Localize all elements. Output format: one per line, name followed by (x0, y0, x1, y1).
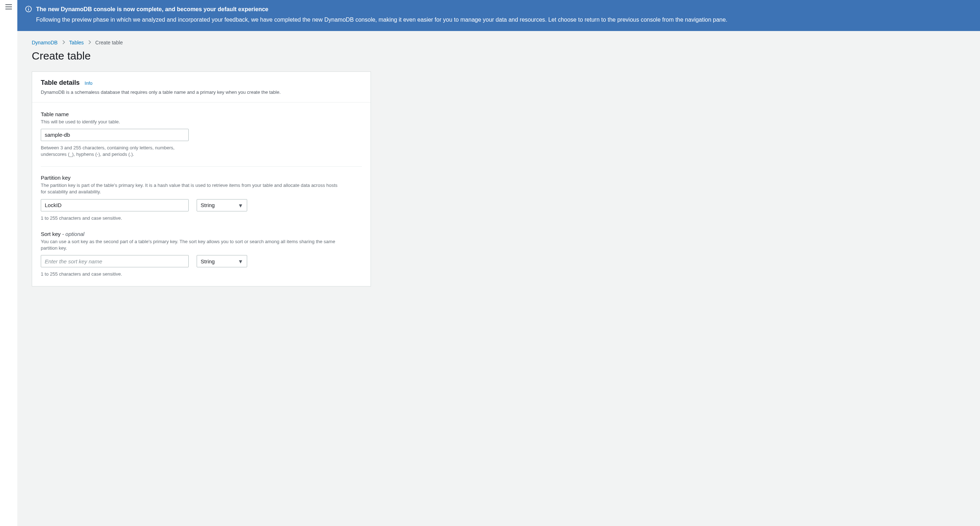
table-name-field: Table name This will be used to identify… (41, 111, 362, 158)
banner-title: The new DynamoDB console is now complete… (36, 5, 727, 14)
caret-down-icon: ▼ (238, 202, 243, 208)
chevron-right-icon (88, 40, 91, 46)
table-details-card: Table details Info DynamoDB is a schemal… (32, 72, 371, 287)
table-name-desc: This will be used to identify your table… (41, 119, 340, 125)
card-subheading: DynamoDB is a schemaless database that r… (41, 89, 362, 95)
sort-key-field: Sort key - optional You can use a sort k… (41, 231, 362, 278)
svg-rect-2 (28, 9, 29, 11)
banner-body: Following the preview phase in which we … (36, 16, 727, 25)
info-icon (25, 6, 32, 15)
table-name-input[interactable] (41, 129, 189, 141)
breadcrumb: DynamoDB Tables Create table (32, 40, 371, 46)
chevron-right-icon (62, 40, 65, 46)
partition-key-input[interactable] (41, 199, 189, 211)
info-link[interactable]: Info (85, 81, 93, 86)
sort-key-constraint: 1 to 255 characters and case sensitive. (41, 271, 189, 277)
partition-key-label: Partition key (41, 175, 362, 181)
sort-key-input[interactable] (41, 255, 189, 267)
breadcrumb-current: Create table (95, 40, 123, 46)
breadcrumb-tables[interactable]: Tables (69, 40, 84, 46)
card-heading: Table details (41, 79, 80, 86)
sort-key-label: Sort key - optional (41, 231, 362, 237)
partition-key-field: Partition key The partition key is part … (41, 175, 362, 221)
sort-key-type-value: String (200, 258, 215, 264)
table-name-constraint: Between 3 and 255 characters, containing… (41, 145, 189, 158)
divider (41, 166, 362, 167)
page-title: Create table (32, 50, 371, 62)
caret-down-icon: ▼ (238, 258, 243, 264)
menu-icon[interactable] (5, 4, 12, 10)
partition-key-type-value: String (200, 202, 215, 208)
partition-key-desc: The partition key is part of the table's… (41, 182, 340, 195)
partition-key-constraint: 1 to 255 characters and case sensitive. (41, 215, 189, 221)
breadcrumb-root[interactable]: DynamoDB (32, 40, 58, 46)
partition-key-type-select[interactable]: String ▼ (197, 199, 247, 211)
console-banner: The new DynamoDB console is now complete… (18, 0, 980, 31)
svg-point-1 (28, 7, 29, 8)
sort-key-desc: You can use a sort key as the second par… (41, 238, 340, 251)
table-name-label: Table name (41, 111, 362, 117)
sort-key-type-select[interactable]: String ▼ (197, 255, 247, 267)
